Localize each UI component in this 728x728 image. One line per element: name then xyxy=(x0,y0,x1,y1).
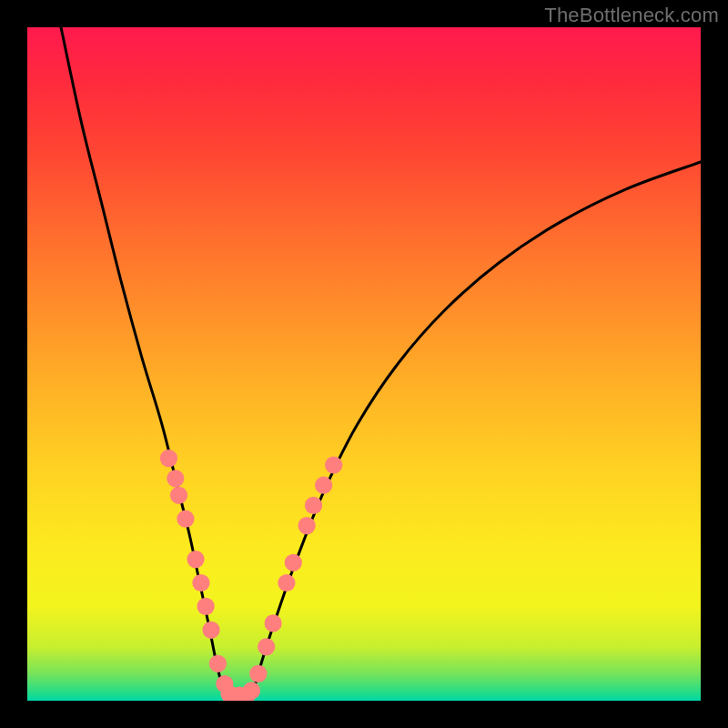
dot-14 xyxy=(249,665,267,682)
dot-5 xyxy=(192,574,209,592)
dot-15 xyxy=(258,638,275,655)
dot-0 xyxy=(160,450,177,467)
dot-13 xyxy=(243,682,260,699)
dot-19 xyxy=(298,517,315,534)
line-group xyxy=(61,27,701,701)
dot-2 xyxy=(170,487,187,504)
chart-frame: TheBottleneck.com xyxy=(0,0,728,728)
watermark-label: TheBottleneck.com xyxy=(544,4,719,27)
dot-4 xyxy=(187,551,204,568)
dot-group xyxy=(160,450,343,701)
dot-8 xyxy=(209,655,227,672)
dot-17 xyxy=(278,574,295,592)
series-right-branch xyxy=(251,162,701,701)
dot-6 xyxy=(197,598,214,615)
dot-22 xyxy=(325,456,342,473)
dot-16 xyxy=(264,614,281,632)
dot-20 xyxy=(305,497,322,514)
dot-21 xyxy=(315,477,332,494)
plot-area xyxy=(27,27,701,701)
dot-1 xyxy=(167,470,184,487)
dot-3 xyxy=(177,511,194,528)
curves-svg xyxy=(27,27,701,701)
dot-18 xyxy=(285,554,302,571)
dot-7 xyxy=(202,622,219,639)
